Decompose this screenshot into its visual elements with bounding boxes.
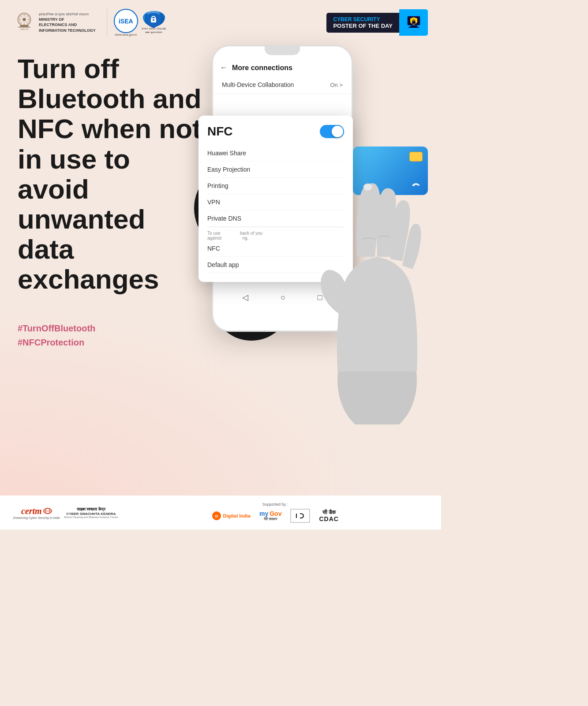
svg-line-8 <box>26 22 28 23</box>
nav-home-icon: ○ <box>281 293 285 302</box>
screen-title: More connections <box>232 64 292 72</box>
cyber-swachhta-text: साइबर स्वच्छता केंद्र CYBER SWACHHTA KEN… <box>64 507 118 518</box>
svg-line-9 <box>26 16 28 18</box>
huawei-share-item: Huawei Share <box>207 145 344 161</box>
cyber-badge-text: CYBER SECURITY POSTER OF THE DAY <box>326 13 399 33</box>
certfin-logo: certm Enhancing Cyber Security in India <box>13 506 60 519</box>
svg-text:I: I <box>296 512 297 519</box>
hashtag-2: #NFCProtection <box>18 335 207 349</box>
supported-by-label: Supported by : <box>123 502 428 507</box>
svg-point-2 <box>22 18 26 21</box>
footer: certm Enhancing Cyber Security in India … <box>0 496 441 530</box>
ic-logo: I <box>290 509 310 523</box>
govt-logo: सत्यमेव जयते इलेक्ट्रॉनिक्स एवं सूचना प्… <box>13 11 96 34</box>
svg-rect-19 <box>408 27 419 28</box>
header-left: सत्यमेव जयते इलेक्ट्रॉनिक्स एवं सूचना प्… <box>13 9 166 36</box>
ashoka-emblem-icon: सत्यमेव जयते <box>13 11 35 34</box>
main-content: Turn off Bluetooth and NFC when not in u… <box>0 41 441 424</box>
phone-notch <box>265 46 300 55</box>
hashtag-1: #TurnOffBluetooth <box>18 321 207 335</box>
phone-screen-header: ← More connections <box>213 60 352 76</box>
svg-line-10 <box>21 22 22 23</box>
svg-rect-20 <box>412 21 416 24</box>
stay-safe-icon <box>143 11 165 26</box>
stay-safe-logo: STAY SAFE ONLINE साइबर सुरक्षा कार्यक्रम <box>142 11 166 34</box>
svg-rect-12 <box>18 27 30 28</box>
svg-text:सत्यमेव जयते: सत्यमेव जयते <box>20 28 29 30</box>
hashtags: #TurnOffBluetooth #NFCProtection <box>18 321 207 349</box>
multi-device-item: Multi-Device Collaboration On > <box>213 76 352 94</box>
main-title: Turn off Bluetooth and NFC when not in u… <box>18 54 207 295</box>
cyber-swachhta-logo: साइबर स्वच्छता केंद्र CYBER SWACHHTA KEN… <box>64 507 118 518</box>
poster-line: POSTER OF THE DAY <box>333 23 393 29</box>
hand-illustration <box>300 160 441 424</box>
supported-by-section: Supported by : D Digital India my Gov मे… <box>123 502 428 523</box>
cdac-logo: सी डैक CDAC <box>319 509 338 522</box>
mygov-text: my Gov मेरी सरकार <box>259 510 282 522</box>
isea-badge-icon: iSEA <box>114 9 138 33</box>
nfc-toggle[interactable] <box>320 125 344 138</box>
isea-url: www.isea.gov.in <box>115 33 137 36</box>
mygov-logo: my Gov मेरी सरकार <box>259 510 282 522</box>
svg-point-16 <box>153 19 154 21</box>
nfc-label: NFC <box>207 124 233 139</box>
cyber-line: CYBER SECURITY <box>333 16 393 23</box>
nfc-toggle-row: NFC <box>207 124 344 139</box>
svg-line-7 <box>21 16 22 18</box>
nav-back-icon: ◁ <box>242 293 248 302</box>
isea-logos: iSEA www.isea.gov.in <box>107 9 166 36</box>
multi-device-label: Multi-Device Collaboration <box>222 81 294 88</box>
cyber-security-badge: CYBER SECURITY POSTER OF THE DAY <box>326 9 428 36</box>
stay-safe-subtext: साइबर सुरक्षा कार्यक्रम <box>145 31 162 34</box>
digital-india-logo: D Digital India <box>212 511 251 521</box>
svg-text:D: D <box>215 514 218 518</box>
cyber-badge-icon <box>399 9 428 36</box>
back-arrow-icon: ← <box>220 63 228 72</box>
left-content: Turn off Bluetooth and NFC when not in u… <box>18 54 207 424</box>
svg-point-24 <box>363 184 372 191</box>
multi-device-value: On > <box>330 82 343 88</box>
svg-rect-18 <box>410 26 417 27</box>
svg-rect-11 <box>20 25 28 27</box>
footer-logos: D Digital India my Gov मेरी सरकार I <box>123 509 428 523</box>
right-content: ← More connections Multi-Device Collabor… <box>185 36 441 433</box>
header: सत्यमेव जयते इलेक्ट्रॉनिक्स एवं सूचना प्… <box>0 0 441 41</box>
stay-safe-text: STAY SAFE ONLINE <box>142 27 166 30</box>
ministry-text: इलेक्ट्रॉनिक्स एवं सूचना प्रौद्योगिकी मं… <box>39 12 96 34</box>
